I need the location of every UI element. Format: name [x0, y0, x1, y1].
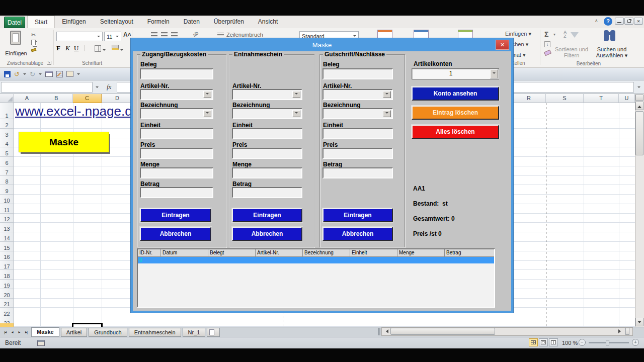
eintragen-button[interactable]: Eintragen	[232, 208, 302, 222]
column-header-a[interactable]: A	[14, 94, 40, 103]
select-all-corner[interactable]	[0, 94, 14, 103]
tab-einfuegen[interactable]: Einfügen	[55, 16, 93, 28]
betrag-input[interactable]	[323, 167, 393, 178]
menge-input[interactable]	[140, 167, 213, 178]
abbrechen-button[interactable]: Abbrechen	[323, 227, 393, 241]
save-icon[interactable]	[4, 71, 11, 77]
tab-start[interactable]: Start	[27, 16, 55, 28]
align-bottom-icon[interactable]	[171, 32, 178, 37]
macro-record-icon[interactable]	[37, 340, 45, 346]
sheet-tab-grundbuch[interactable]: Grundbuch	[89, 328, 127, 337]
bold-button[interactable]: F	[56, 44, 60, 52]
first-sheet-icon[interactable]: |◂	[2, 328, 9, 336]
tab-ueberpruefen[interactable]: Überprüfen	[207, 16, 251, 28]
row-header[interactable]: 13	[0, 223, 14, 232]
find-select-icon[interactable]	[603, 29, 618, 44]
scroll-up-icon[interactable]	[635, 102, 643, 110]
row-header-24-selected[interactable]	[0, 323, 14, 327]
preis-input[interactable]	[140, 148, 213, 159]
prev-sheet-icon[interactable]: ◂	[9, 328, 16, 336]
wrap-text-label[interactable]: Zeilenumbruch	[226, 32, 263, 38]
tab-seitenlayout[interactable]: Seitenlayout	[93, 16, 140, 28]
align-top-icon[interactable]	[151, 32, 157, 37]
tab-datei[interactable]: Datei	[4, 17, 25, 28]
wrap-text-icon[interactable]	[217, 33, 224, 37]
align-middle-icon[interactable]	[161, 32, 168, 37]
eintragen-button[interactable]: Eintragen	[140, 208, 211, 222]
scroll-down-icon[interactable]	[635, 318, 643, 326]
format-as-table-icon[interactable]	[414, 30, 429, 38]
paste-label[interactable]: Einfügen	[3, 50, 29, 56]
artikelnr-combo[interactable]	[232, 89, 302, 100]
cell-styles-icon[interactable]	[458, 30, 473, 38]
combo-dropdown-icon[interactable]	[383, 91, 391, 98]
font-name-select[interactable]	[56, 32, 103, 41]
zoom-level-label[interactable]: 100 %	[562, 340, 578, 346]
sheet-tab-artikel[interactable]: Artikel	[61, 328, 88, 337]
combo-dropdown-icon[interactable]	[292, 110, 300, 117]
menge-input[interactable]	[232, 167, 302, 178]
row-header[interactable]: 4	[0, 138, 14, 148]
underline-button[interactable]: U	[74, 44, 78, 52]
active-cell-c24[interactable]	[72, 323, 103, 327]
col-bezeichnung[interactable]: Bezeichnung	[303, 249, 350, 257]
qat-macro-icon[interactable]	[66, 71, 73, 77]
split-handle[interactable]	[635, 95, 643, 101]
last-sheet-icon[interactable]: ▸|	[23, 328, 30, 336]
qat-edit-chart-icon[interactable]	[56, 71, 63, 77]
redo-icon[interactable]: ↻	[30, 70, 35, 78]
formula-bar-expand-icon[interactable]	[634, 82, 643, 93]
help-icon[interactable]: ?	[604, 17, 612, 26]
row-header[interactable]: 7	[0, 166, 14, 176]
row-header[interactable]: 1	[0, 103, 14, 119]
combo-dropdown-icon[interactable]	[203, 91, 211, 98]
borders-icon[interactable]	[95, 45, 101, 52]
konto-ansehen-button[interactable]: Konto ansehen	[412, 86, 499, 101]
scroll-left-icon[interactable]	[382, 328, 389, 335]
name-box-dropdown-icon[interactable]	[93, 82, 101, 93]
row-header[interactable]: 5	[0, 147, 14, 157]
column-header-t[interactable]: T	[584, 94, 619, 103]
einheit-input[interactable]	[232, 128, 302, 139]
col-belegt[interactable]: Belegt	[208, 249, 256, 257]
combo-dropdown-icon[interactable]	[490, 69, 498, 78]
paste-button[interactable]	[7, 31, 24, 51]
column-header-d[interactable]: D	[102, 94, 133, 103]
tab-scrollbar-splitter[interactable]	[378, 328, 380, 335]
tab-formeln[interactable]: Formeln	[140, 16, 177, 28]
beleg-input[interactable]	[323, 68, 393, 79]
einheit-input[interactable]	[323, 128, 393, 139]
view-page-layout-icon[interactable]	[539, 338, 548, 346]
row-header[interactable]: 19	[0, 280, 14, 289]
next-sheet-icon[interactable]: ▸	[16, 328, 23, 336]
row-header[interactable]: 2	[0, 119, 14, 129]
redo-dropdown-icon[interactable]	[39, 73, 42, 76]
sheet-tab-maske[interactable]: Maske	[31, 327, 59, 337]
combo-dropdown-icon[interactable]	[292, 91, 300, 98]
table-row-selected[interactable]: 0	[138, 257, 494, 263]
sort-filter-icon[interactable]: AZ	[564, 30, 580, 45]
preis-input[interactable]	[232, 148, 302, 159]
row-header[interactable]: 17	[0, 260, 14, 270]
maske-sheet-button[interactable]: Maske	[19, 132, 109, 152]
bezeichnung-combo[interactable]	[140, 108, 213, 119]
row-header[interactable]: 14	[0, 232, 14, 242]
artikelkonten-combo[interactable]: 1	[412, 68, 499, 79]
row-header[interactable]: 22	[0, 308, 14, 317]
col-artikelnr[interactable]: Artikel-Nr.	[256, 249, 303, 257]
preis-input[interactable]	[323, 148, 393, 159]
insert-sheet-icon[interactable]	[207, 328, 220, 337]
abbrechen-button[interactable]: Abbrechen	[232, 227, 302, 241]
eintrag-loeschen-button[interactable]: Eintrag löschen	[412, 106, 499, 120]
bezeichnung-combo[interactable]	[232, 108, 302, 119]
restore-icon[interactable]	[624, 18, 633, 25]
vertical-scroll-thumb[interactable]	[635, 111, 643, 155]
autosum-dropdown-icon[interactable]: ▾	[553, 32, 555, 37]
col-einheit[interactable]: Einheit	[350, 249, 397, 257]
row-header[interactable]: 18	[0, 270, 14, 280]
combo-dropdown-icon[interactable]	[383, 110, 391, 117]
sheet-tab-nr1[interactable]: Nr_1	[183, 328, 206, 337]
bezeichnung-combo[interactable]	[323, 108, 393, 119]
row-header[interactable]: 9	[0, 185, 14, 195]
italic-button[interactable]: K	[65, 44, 70, 52]
